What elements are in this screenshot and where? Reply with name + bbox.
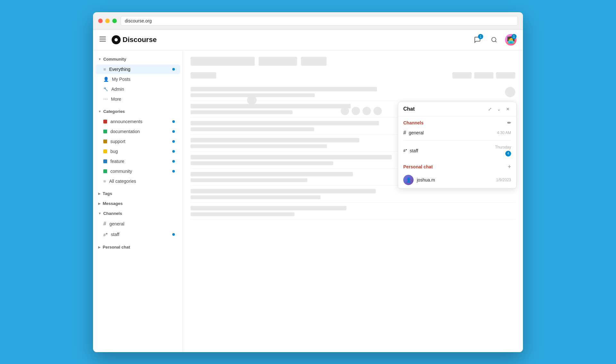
personal-chat-section-header[interactable]: ▶ Personal chat (93, 242, 183, 252)
logo-text: Discourse (123, 36, 157, 44)
chat-badge: 1 (478, 34, 483, 39)
categories-section-header[interactable]: ▼ Categories (93, 106, 183, 116)
sub-bar-3 (474, 72, 493, 79)
sidebar-item-documentation-label: documentation (110, 129, 140, 134)
skeleton-bar-2 (259, 57, 297, 66)
floating-avatar-2 (352, 107, 360, 115)
support-dot (103, 140, 107, 143)
sidebar-item-all-categories[interactable]: ≡ All categories (96, 176, 180, 186)
topbar: Discourse 1 🧑‍💻 1 (93, 30, 523, 50)
chat-icon[interactable]: 1 (472, 34, 483, 46)
channel-item-general[interactable]: # general 4:30 AM (403, 127, 511, 139)
chat-expand-icon[interactable]: ⤢ (487, 106, 493, 112)
topic-meta-5 (191, 161, 333, 165)
search-icon[interactable] (488, 34, 500, 46)
chat-panel: Chat ⤢ ⌄ ✕ Channels ✏ (398, 102, 517, 189)
fullscreen-button[interactable] (112, 19, 117, 23)
channels-section: Channels ✏ # general 4:30 AM (398, 116, 516, 160)
announcements-dot (103, 120, 107, 123)
more-icon: ⋯ (103, 97, 108, 102)
topbar-left: Discourse (99, 35, 157, 45)
sidebar-item-more[interactable]: ⋯ More (96, 94, 180, 104)
topic-title-1 (191, 87, 377, 91)
sidebar-item-community[interactable]: community (96, 166, 180, 176)
tags-section-header[interactable]: ▶ Tags (93, 189, 183, 199)
topic-meta-4 (191, 144, 327, 148)
divider-1 (403, 140, 511, 140)
content-area: Chat ⤢ ⌄ ✕ Channels ✏ (183, 50, 523, 352)
channels-edit-icon[interactable]: ✏ (507, 120, 511, 125)
chat-title: Chat (403, 106, 415, 112)
svg-rect-0 (99, 37, 106, 38)
community-section-header[interactable]: ▼ Community (93, 54, 183, 64)
channel-item-staff[interactable]: #● staff Thursday 4 (403, 142, 511, 160)
messages-section-label: Messages (103, 201, 123, 206)
app-layout: Discourse 1 🧑‍💻 1 (93, 30, 523, 352)
sidebar-item-announcements[interactable]: announcements (96, 117, 180, 126)
personal-chat-item-joshua[interactable]: 👤 joshua.m 1/9/2023 (398, 172, 516, 188)
chat-header-icons: ⤢ ⌄ ✕ (487, 106, 511, 112)
announcements-badge (172, 120, 175, 123)
minimize-button[interactable] (105, 19, 110, 23)
sub-bar-4 (496, 72, 515, 79)
traffic-lights (98, 19, 117, 23)
topic-row-1 (191, 84, 515, 101)
floating-avatar-1 (341, 107, 349, 115)
community-badge (172, 170, 175, 173)
close-button[interactable] (98, 19, 103, 23)
sidebar-item-staff[interactable]: #● staff (96, 229, 180, 240)
topic-title-7 (191, 189, 376, 193)
sidebar-item-myposts[interactable]: 👤 My Posts (96, 74, 180, 84)
channel-staff-name: staff (410, 148, 418, 153)
bug-dot (103, 149, 107, 153)
sidebar-item-support-label: support (110, 139, 125, 144)
user-avatar[interactable]: 🧑‍💻 1 (505, 34, 517, 46)
myposts-icon: 👤 (103, 77, 109, 82)
community-dot (103, 169, 107, 173)
sub-bar-2 (452, 72, 472, 79)
sidebar-item-staff-label: staff (111, 232, 119, 237)
messages-chevron: ▶ (98, 202, 101, 205)
logo[interactable]: Discourse (111, 35, 157, 45)
sidebar-item-admin[interactable]: 🔧 Admin (96, 84, 180, 94)
right-bars (452, 72, 515, 79)
channels-section-label: Channels (103, 211, 122, 216)
tags-section-label: Tags (103, 191, 112, 196)
browser-window: discourse.org (93, 12, 523, 352)
floating-avatar-4 (373, 107, 382, 115)
add-personal-chat-icon[interactable]: + (508, 164, 511, 170)
personal-chat-header: Personal chat + (398, 160, 516, 172)
sidebar-item-documentation[interactable]: documentation (96, 127, 180, 136)
header-skeleton (191, 57, 515, 66)
topic-main-7 (191, 189, 515, 199)
staff-hash: #● (403, 148, 407, 153)
chat-minimize-icon[interactable]: ⌄ (496, 106, 502, 112)
categories-section-label: Categories (103, 109, 125, 114)
messages-section-header[interactable]: ▶ Messages (93, 199, 183, 208)
sidebar-item-support[interactable]: support (96, 137, 180, 146)
joshua-name: joshua.m (417, 177, 435, 182)
channels-label: Channels (403, 120, 424, 125)
hamburger-icon[interactable] (99, 37, 106, 43)
address-bar[interactable]: discourse.org (121, 16, 518, 26)
topic-title-5 (191, 155, 392, 159)
topic-main-8 (191, 206, 515, 216)
chat-header: Chat ⤢ ⌄ ✕ (398, 102, 516, 116)
topic-title-8 (191, 206, 346, 210)
sidebar-item-everything[interactable]: ≡ Everything (96, 64, 180, 74)
sidebar-item-general[interactable]: # general (96, 219, 180, 229)
sidebar-item-bug[interactable]: bug (96, 147, 180, 156)
documentation-dot (103, 130, 107, 133)
general-hash: # (403, 130, 406, 136)
skeleton-bar-3 (301, 57, 327, 66)
sidebar-item-community-label: community (110, 169, 132, 174)
channel-general-time: 4:30 AM (497, 131, 511, 135)
sidebar-item-all-categories-label: All categories (109, 179, 136, 184)
community-chevron: ▼ (98, 57, 101, 61)
sidebar-item-feature[interactable]: feature (96, 157, 180, 166)
floating-avatar-3 (363, 107, 371, 115)
channels-chevron: ▼ (98, 212, 101, 215)
main-content: ▼ Community ≡ Everything 👤 My Posts 🔧 Ad… (93, 50, 523, 352)
channels-section-header[interactable]: ▼ Channels (93, 208, 183, 218)
chat-close-icon[interactable]: ✕ (505, 106, 511, 112)
